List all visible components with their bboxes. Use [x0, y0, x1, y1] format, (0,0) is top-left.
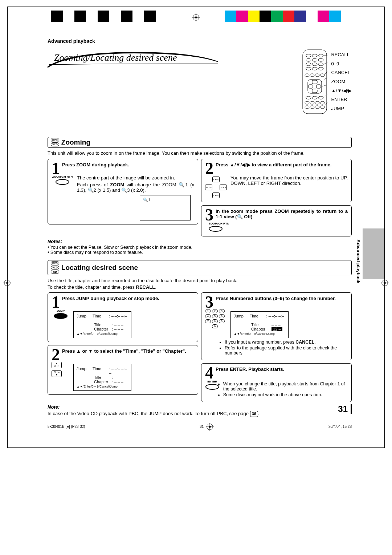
osd-preview: JumpTime: – –:– –:– – Title: – – – Chapt… [73, 311, 131, 338]
locate-step-4: 4 Press ENTER. Playback starts. ENTER Wh… [201, 363, 352, 402]
svg-point-19 [306, 63, 311, 66]
svg-point-41 [305, 106, 309, 109]
svg-point-23 [312, 67, 317, 70]
notes-list: You can select the Pause, Slow or Search… [48, 245, 352, 255]
zoom-preview-box: 🔍1 [140, 195, 191, 220]
color-swatch [98, 11, 109, 22]
zoom-step-3: 3 In the zoom mode press ZOOM repeatedly… [201, 205, 352, 236]
svg-point-26 [310, 74, 314, 77]
section-label: Advanced playback [48, 38, 352, 44]
locate-step-1: 1 Press JUMP during playback or stop mod… [48, 292, 198, 342]
svg-point-17 [312, 58, 317, 61]
button-label: JUMP [52, 309, 70, 312]
down-button-icon: CH –▼ [52, 370, 62, 377]
print-frame: Advanced playback Advanced playback Zoom… [7, 7, 385, 448]
svg-point-24 [318, 67, 323, 70]
step-number: 3 [205, 208, 213, 222]
step-text: The centre part of the image will be zoo… [77, 175, 194, 181]
remote-label: JUMP [331, 104, 352, 113]
button-label: ZOOM/CH RTN [52, 175, 73, 178]
footer-page: 31 [200, 425, 204, 429]
remote-label: ▲/▼/◀/▶ [331, 86, 352, 96]
svg-point-55 [209, 426, 211, 428]
page-number: 31 [338, 404, 352, 414]
color-swatch [248, 11, 260, 22]
step-number: 2 [205, 162, 213, 175]
step-head: Press Numbered buttons (0–9) to change t… [205, 296, 348, 301]
svg-point-22 [306, 67, 311, 70]
step-number: 4 [205, 366, 213, 380]
zoom-step-1: 1 Press ZOOM during playback. ZOOM/CH RT… [48, 159, 198, 225]
numeric-keypad-icon: 123 456 789 0 [205, 309, 225, 329]
step-number: 1 [52, 162, 60, 175]
step-head: Press ▲ or ▼ to select the "Time", "Titl… [52, 348, 194, 354]
color-swatch [260, 11, 271, 22]
color-swatch [132, 11, 144, 22]
print-footer: 5K30401B [E] (P28-32) 31 20/4/04, 15:28 [8, 423, 384, 433]
locating-title: Locating desired scene [61, 264, 138, 272]
step-head: Press ZOOM during playback. [52, 162, 194, 167]
registration-mark-icon [192, 13, 200, 21]
svg-point-25 [305, 74, 309, 77]
page-content: Advanced playback Zooming/Locating desir… [8, 27, 384, 423]
osd-preview: JumpTime: – –:– –:– – Title: – – – Chapt… [230, 311, 289, 338]
color-swatch [121, 11, 132, 22]
color-swatch [86, 11, 98, 22]
svg-point-35 [312, 96, 317, 99]
svg-point-42 [310, 106, 314, 109]
svg-point-21 [318, 63, 323, 66]
badge-dvd: DVD [51, 261, 59, 265]
svg-point-34 [306, 96, 311, 99]
step-bullets: When you change the title, playback star… [223, 381, 348, 398]
badge-cd: CD [51, 270, 59, 274]
step-number: 1 [52, 296, 60, 309]
footer-left: 5K30401B [E] (P28-32) [48, 425, 85, 429]
locating-intro-2: To check the title, chapter and time, pr… [48, 284, 352, 291]
svg-rect-33 [317, 85, 321, 88]
svg-point-43 [315, 106, 319, 109]
jump-button-icon [54, 313, 68, 319]
svg-point-27 [315, 74, 319, 77]
svg-point-37 [305, 101, 309, 104]
remote-icon [302, 49, 327, 114]
locating-intro-1: Use the title, chapter and time recorded… [48, 278, 352, 284]
note-text: In case of the Video-CD playback with PB… [48, 410, 352, 417]
color-swatch [236, 11, 248, 22]
enter-button-icon [205, 384, 219, 390]
svg-point-36 [318, 96, 323, 99]
locating-heading: DVD VCD CD Locating desired scene [48, 260, 352, 275]
remote-label: CANCEL [331, 68, 352, 77]
color-swatch [225, 11, 236, 22]
registration-mark-icon [206, 423, 214, 431]
color-registration-bar [8, 7, 384, 27]
color-swatch [51, 11, 63, 22]
locate-step-2: 2 Press ▲ or ▼ to select the "Time", "Ti… [48, 345, 198, 395]
zoom-button-icon [209, 226, 222, 232]
zooming-heading: DVD VCD Zooming [48, 137, 352, 148]
svg-point-3 [195, 16, 197, 19]
step-head: In the zoom mode press ZOOM repeatedly t… [205, 208, 348, 219]
svg-point-16 [306, 58, 311, 61]
color-swatch [306, 11, 318, 22]
step-head: Press ENTER. Playback starts. [205, 366, 348, 372]
button-label: ZOOM/CH RTN [209, 222, 230, 225]
dpad-icon: CH + CH – VOL– VOL+ [205, 177, 227, 198]
footer-right: 20/4/04, 15:28 [328, 425, 352, 429]
svg-point-13 [306, 54, 311, 57]
step-text: You may move the frame from the center p… [230, 175, 348, 186]
svg-point-38 [310, 101, 314, 104]
color-swatch [329, 11, 341, 22]
color-swatch [144, 11, 156, 22]
color-swatch [283, 11, 294, 22]
remote-label-list: RECALL0–9CANCELZOOM▲/▼/◀/▶ENTERJUMP [331, 49, 352, 113]
color-swatch [318, 11, 329, 22]
step-head: Press ▲/▼/◀/▶ to view a different part o… [205, 162, 348, 167]
svg-rect-31 [312, 89, 317, 93]
color-swatch [63, 11, 74, 22]
zooming-intro: This unit will allow you to zoom in on t… [48, 150, 352, 157]
page-title-text: Zooming/Locating desired scene [54, 52, 177, 63]
badge-vcd: VCD [51, 142, 59, 146]
remote-label: 0–9 [331, 60, 352, 69]
locate-step-3: 3 Press Numbered buttons (0–9) to change… [201, 292, 352, 360]
svg-point-14 [312, 54, 317, 57]
